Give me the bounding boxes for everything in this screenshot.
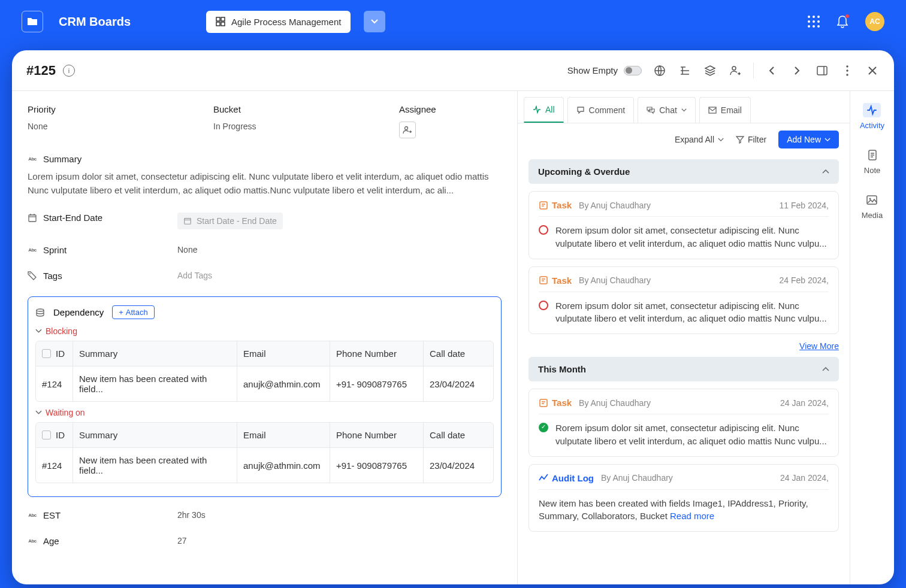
svg-rect-20 <box>709 107 716 113</box>
filter-icon <box>736 135 744 144</box>
toggle-switch[interactable] <box>624 66 642 75</box>
plus-icon: + <box>119 308 123 317</box>
chevron-down-icon <box>718 138 724 142</box>
hierarchy-icon[interactable] <box>678 63 692 78</box>
table-row[interactable]: #124 New item has been created with fiel… <box>36 448 493 483</box>
activity-toolbar: Expand All Filter Add New <box>518 123 850 156</box>
notifications-button[interactable] <box>836 15 848 28</box>
est-field[interactable]: AbcEST 2hr 30s <box>28 510 502 520</box>
text-icon: Abc <box>28 245 37 255</box>
read-more-link[interactable]: Read more <box>670 511 714 521</box>
logo-icon[interactable] <box>22 11 43 32</box>
record-title: #125 <box>26 63 56 78</box>
svg-point-10 <box>846 74 848 75</box>
group-this-month[interactable]: This Month <box>528 357 839 381</box>
text-icon: Abc <box>28 537 37 546</box>
svg-point-18 <box>29 273 31 274</box>
media-icon <box>866 195 877 205</box>
tab-all[interactable]: All <box>524 97 564 123</box>
chevron-down-icon <box>681 108 687 112</box>
close-button[interactable] <box>865 63 880 78</box>
table-header-checkbox[interactable]: ID <box>36 423 73 447</box>
calendar-icon <box>28 213 37 223</box>
blocking-toggle[interactable]: Blocking <box>35 326 494 336</box>
waiting-toggle[interactable]: Waiting on <box>35 408 494 417</box>
chevron-down-icon <box>35 410 42 415</box>
tab-email[interactable]: Email <box>699 97 751 123</box>
activity-card[interactable]: Task By Anuj Chaudhary 11 Feb 2024, Rore… <box>528 191 839 259</box>
status-open-icon[interactable] <box>539 301 548 310</box>
svg-rect-3 <box>221 22 225 26</box>
expand-all-button[interactable]: Expand All <box>675 135 724 144</box>
next-button[interactable] <box>790 63 804 78</box>
svg-rect-22 <box>540 277 547 284</box>
user-avatar[interactable]: AC <box>865 12 884 31</box>
layers-icon[interactable] <box>703 63 717 78</box>
activity-tabs: All Comment Chat Email <box>518 91 850 123</box>
audit-icon <box>539 473 548 483</box>
activity-pane: All Comment Chat Email Expand All Filter… <box>517 91 850 584</box>
table-header-checkbox[interactable]: ID <box>36 341 73 366</box>
panel-icon[interactable] <box>815 63 829 78</box>
svg-point-19 <box>37 309 44 311</box>
status-done-icon[interactable] <box>539 423 548 432</box>
activity-card[interactable]: Task By Anuj Chaudhary 24 Jan 2024, Rore… <box>528 389 839 457</box>
note-icon <box>868 150 877 160</box>
activity-card[interactable]: Audit Log By Anuj Chaudhary 24 Jan 2024,… <box>528 464 839 532</box>
sidebar-activity[interactable]: Activity <box>860 103 884 130</box>
task-badge: Task <box>539 275 572 286</box>
age-field[interactable]: AbcAge 27 <box>28 536 502 546</box>
add-assignee-button[interactable] <box>399 122 416 138</box>
task-badge: Task <box>539 200 572 210</box>
priority-field[interactable]: Priority None <box>28 104 177 138</box>
task-icon <box>539 201 548 210</box>
svg-rect-2 <box>216 22 220 26</box>
svg-rect-1 <box>221 17 225 21</box>
tab-chat[interactable]: Chat <box>638 97 696 123</box>
view-more-link[interactable]: View More <box>528 341 839 351</box>
activity-icon <box>533 105 541 114</box>
table-row[interactable]: #124 New item has been created with fiel… <box>36 366 493 401</box>
board-selector[interactable]: Agile Process Management <box>206 11 351 33</box>
globe-icon[interactable] <box>653 63 667 78</box>
tags-field[interactable]: Tags Add Tags <box>28 271 502 281</box>
right-sidebar: Activity Note Media <box>850 91 894 584</box>
prev-button[interactable] <box>765 63 779 78</box>
attach-button[interactable]: +Attach <box>112 305 154 319</box>
add-new-button[interactable]: Add New <box>778 131 839 148</box>
sidebar-note[interactable]: Note <box>863 148 881 175</box>
svg-rect-12 <box>29 215 36 222</box>
date-field[interactable]: Start-End Date Start Date - End Date <box>28 213 502 229</box>
task-icon <box>539 398 548 408</box>
date-picker[interactable]: Start Date - End Date <box>177 213 283 229</box>
share-user-icon[interactable] <box>728 63 742 78</box>
audit-badge: Audit Log <box>539 473 594 483</box>
svg-rect-6 <box>817 66 827 75</box>
group-upcoming[interactable]: Upcoming & Overdue <box>528 159 839 184</box>
svg-point-8 <box>846 65 848 67</box>
filter-button[interactable]: Filter <box>736 135 766 144</box>
record-modal: #125 i Show Empty Priority None <box>12 50 894 584</box>
sidebar-media[interactable]: Media <box>862 193 883 220</box>
more-icon[interactable] <box>840 63 854 78</box>
board-dropdown[interactable] <box>364 11 385 32</box>
info-icon[interactable]: i <box>63 65 75 77</box>
status-open-icon[interactable] <box>539 225 548 235</box>
summary-field[interactable]: AbcSummary Lorem ipsum dolor sit amet, c… <box>28 154 502 197</box>
assignee-field[interactable]: Assignee <box>399 104 436 138</box>
chevron-down-icon <box>825 138 830 142</box>
comment-icon <box>576 106 585 114</box>
divider <box>753 63 754 78</box>
chat-icon <box>647 106 655 114</box>
svg-point-5 <box>732 66 736 70</box>
task-badge: Task <box>539 398 572 408</box>
sprint-field[interactable]: AbcSprint None <box>28 245 502 255</box>
activity-card[interactable]: Task By Anuj Chaudhary 24 Feb 2024, Rore… <box>528 266 839 335</box>
tab-comment[interactable]: Comment <box>567 97 635 123</box>
apps-launcher-icon[interactable] <box>808 16 820 28</box>
topbar: CRM Boards Agile Process Management AC <box>0 0 906 43</box>
show-empty-toggle[interactable]: Show Empty <box>567 65 642 75</box>
bucket-field[interactable]: Bucket In Progress <box>213 104 363 138</box>
app-title: CRM Boards <box>59 15 131 29</box>
detail-pane: Priority None Bucket In Progress Assigne… <box>12 91 517 584</box>
